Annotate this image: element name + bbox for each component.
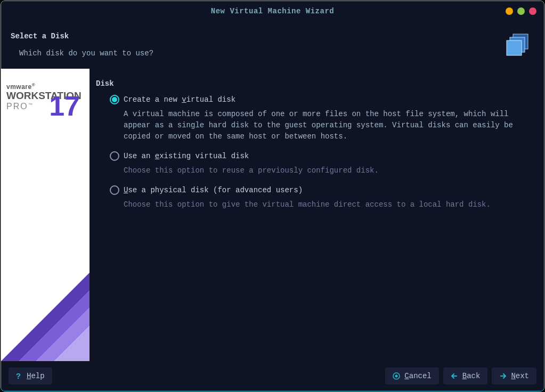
radio-label: Use an existing virtual disk: [124, 151, 249, 162]
content-area: Disk Create a new virtual disk A virtual…: [90, 69, 544, 361]
logo-area: vmware® WORKSTATION PRO™ 17: [1, 69, 90, 125]
wizard-header: Select a Disk Which disk do you want to …: [1, 21, 544, 69]
header-text: Select a Disk Which disk do you want to …: [11, 32, 506, 58]
radio-option-use-physical[interactable]: Use a physical disk (for advanced users): [96, 185, 540, 199]
radio-label: Use a physical disk (for advanced users): [124, 185, 303, 196]
wizard-footer: ? Help Cancel Back N: [1, 361, 544, 391]
cancel-icon: [393, 372, 400, 380]
disk-stack-icon: [506, 31, 531, 59]
radio-indicator-icon: [110, 185, 119, 195]
close-button[interactable]: [529, 7, 536, 15]
titlebar: New Virtual Machine Wizard: [1, 1, 544, 21]
window-controls: [506, 7, 536, 15]
radio-description: Choose this option to reuse a previously…: [96, 165, 540, 185]
maximize-button[interactable]: [517, 7, 525, 15]
product-banner: vmware® WORKSTATION PRO™ 17: [1, 69, 90, 361]
cancel-button[interactable]: Cancel: [385, 368, 438, 385]
radio-option-create-new[interactable]: Create a new virtual disk: [96, 94, 540, 109]
arrow-left-icon: [451, 372, 458, 380]
footer-right: Cancel Back Next: [385, 368, 536, 385]
radio-description: Choose this option to give the virtual m…: [96, 199, 540, 219]
page-subtitle: Which disk do you want to use?: [11, 49, 506, 58]
next-button[interactable]: Next: [492, 368, 536, 385]
section-title: Disk: [96, 79, 540, 88]
radio-option-use-existing[interactable]: Use an existing virtual disk: [96, 151, 540, 165]
radio-indicator-icon: [110, 95, 119, 104]
page-title: Select a Disk: [11, 32, 506, 40]
radio-description: A virtual machine is composed of one or …: [96, 109, 540, 151]
window-title: New Virtual Machine Wizard: [211, 7, 334, 15]
minimize-button[interactable]: [506, 7, 513, 15]
radio-label: Create a new virtual disk: [124, 94, 235, 105]
wizard-window: New Virtual Machine Wizard Select a Disk…: [1, 1, 544, 391]
svg-rect-2: [507, 40, 522, 55]
help-icon: ?: [16, 372, 22, 380]
brand-vmware: vmware®: [6, 83, 84, 91]
radio-indicator-icon: [110, 151, 119, 161]
footer-left: ? Help: [9, 368, 52, 385]
wizard-body: vmware® WORKSTATION PRO™ 17 Disk Create …: [1, 69, 544, 361]
help-button[interactable]: ? Help: [9, 368, 52, 385]
arrow-right-icon: [499, 372, 507, 380]
svg-point-9: [395, 375, 398, 378]
svg-text:?: ?: [16, 372, 21, 380]
back-button[interactable]: Back: [443, 368, 488, 385]
decorative-stripes-icon: [1, 255, 90, 361]
